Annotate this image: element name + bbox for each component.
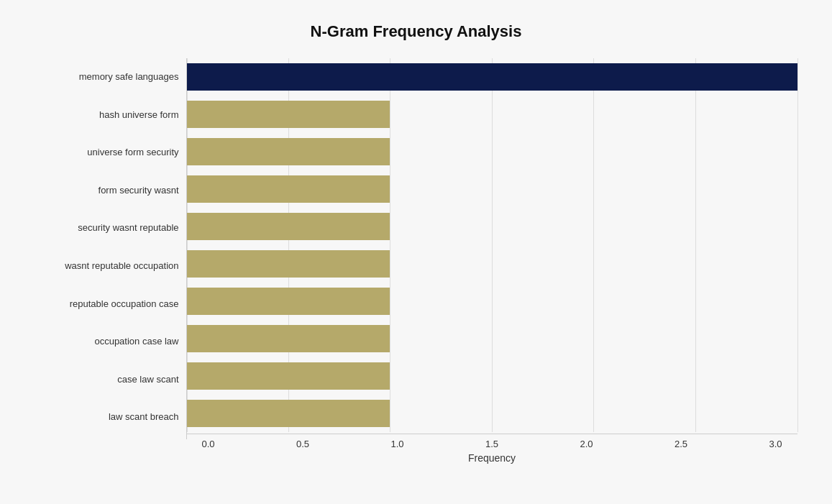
y-label: occupation case law	[35, 323, 186, 360]
bar	[187, 175, 390, 203]
bar	[187, 288, 390, 315]
y-label: case law scant	[35, 361, 186, 398]
bar	[187, 63, 797, 91]
x-tick: 1.5	[470, 439, 513, 449]
bar-row	[187, 133, 797, 170]
bar	[187, 250, 390, 278]
y-label: memory safe languages	[35, 58, 186, 96]
bar-row	[187, 96, 797, 133]
x-axis-section: 0.00.51.01.52.02.53.0 Frequency	[187, 434, 797, 464]
bar-row	[187, 245, 797, 283]
x-tick: 0.5	[281, 439, 324, 449]
x-tick: 3.0	[754, 439, 797, 449]
bar-row	[187, 357, 797, 395]
y-label: form security wasnt	[35, 172, 186, 209]
x-tick: 2.5	[659, 439, 703, 449]
y-label: security wasnt reputable	[35, 209, 186, 247]
bar-row	[187, 320, 797, 357]
bar	[187, 400, 390, 427]
x-tick: 2.0	[565, 439, 608, 449]
bar-row	[187, 170, 797, 208]
bar-row	[187, 58, 797, 96]
y-label: hash universe form	[35, 96, 186, 133]
y-axis: memory safe languageshash universe formu…	[35, 58, 186, 439]
x-axis-label: Frequency	[187, 452, 797, 464]
bar	[187, 138, 390, 165]
bar	[187, 213, 390, 240]
bar-row	[187, 395, 797, 432]
bar-row	[187, 208, 797, 245]
x-tick: 0.0	[187, 439, 230, 449]
bar	[187, 362, 390, 390]
chart-container: N-Gram Frequency Analysis memory safe la…	[21, 8, 812, 497]
bar	[187, 101, 390, 128]
bar-row	[187, 283, 797, 320]
plot-area: 0.00.51.01.52.02.53.0 Frequency	[186, 58, 797, 439]
x-tick: 1.0	[376, 439, 419, 449]
y-label: wasnt reputable occupation	[35, 247, 186, 285]
y-label: universe form security	[35, 134, 186, 171]
x-axis: 0.00.51.01.52.02.53.0	[187, 434, 797, 449]
bars-wrapper	[187, 58, 797, 432]
y-label: law scant breach	[35, 398, 186, 436]
bar	[187, 325, 390, 352]
y-label: reputable occupation case	[35, 285, 186, 322]
chart-area: memory safe languageshash universe formu…	[35, 58, 797, 439]
chart-title: N-Gram Frequency Analysis	[35, 22, 797, 41]
grid-line	[797, 58, 798, 432]
